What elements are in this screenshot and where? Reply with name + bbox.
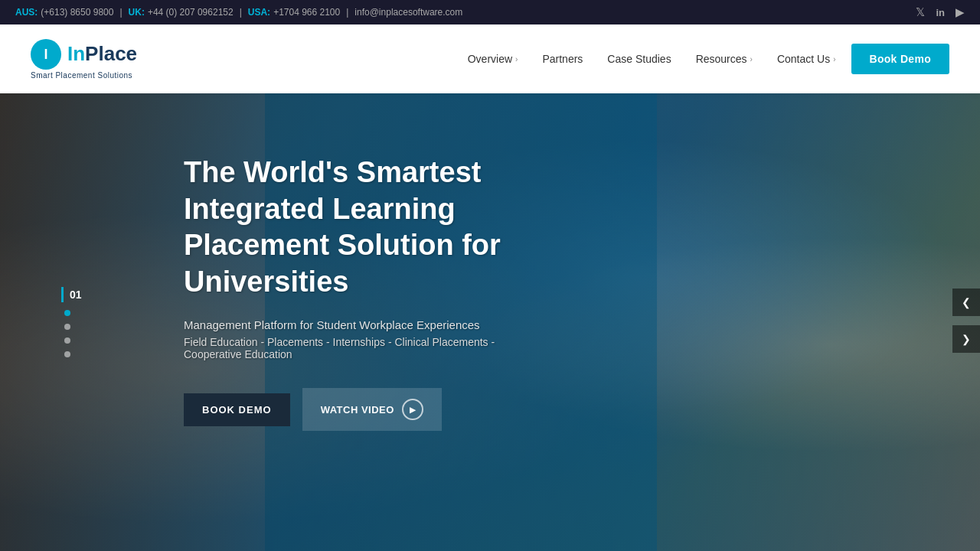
uk-phone: +44 (0) 207 0962152 xyxy=(148,7,234,18)
chevron-left-icon: ❮ xyxy=(962,296,971,308)
slide-dot-1[interactable] xyxy=(64,310,70,316)
logo-tagline: Smart Placement Solutions xyxy=(31,71,137,80)
logo-brand: InPlace xyxy=(67,42,137,66)
play-icon: ▶ xyxy=(402,399,423,420)
logo-icon: I xyxy=(31,39,61,70)
slide-number: 01 xyxy=(61,287,82,302)
chevron-down-icon: › xyxy=(750,55,753,64)
top-bar: AUS: (+613) 8650 9800 | UK: +44 (0) 207 … xyxy=(0,0,980,24)
linkedin-icon[interactable]: in xyxy=(936,7,945,18)
slide-indicators: 01 xyxy=(61,287,82,357)
aus-label: AUS: xyxy=(15,7,38,18)
next-slide-button[interactable]: ❯ xyxy=(952,325,980,353)
nav-contact-us[interactable]: Contact Us › xyxy=(768,47,845,71)
logo-place: Place xyxy=(85,42,137,65)
nav-case-studies[interactable]: Case Studies xyxy=(598,47,680,71)
header: I InPlace Smart Placement Solutions Over… xyxy=(0,24,980,93)
chevron-down-icon: › xyxy=(515,55,518,64)
slide-dot-3[interactable] xyxy=(64,337,70,344)
slide-dot-4[interactable] xyxy=(64,351,70,357)
nav-resources[interactable]: Resources › xyxy=(687,47,762,71)
contact-info: AUS: (+613) 8650 9800 | UK: +44 (0) 207 … xyxy=(15,7,462,18)
book-demo-button[interactable]: Book Demo xyxy=(851,44,950,74)
logo[interactable]: I InPlace Smart Placement Solutions xyxy=(31,39,137,80)
svg-text:I: I xyxy=(44,47,47,62)
youtube-icon[interactable]: ▶ xyxy=(956,5,965,19)
hero-title: The World's Smartest Integrated Learning… xyxy=(184,155,551,300)
logo-text: I InPlace xyxy=(31,39,137,70)
hero-content: The World's Smartest Integrated Learning… xyxy=(0,93,551,431)
nav-overview[interactable]: Overview › xyxy=(459,47,528,71)
hero-tags: Field Education - Placements - Internshi… xyxy=(184,336,551,360)
slide-dot-2[interactable] xyxy=(64,324,70,330)
prev-slide-button[interactable]: ❮ xyxy=(952,289,980,316)
chevron-down-icon: › xyxy=(833,55,835,64)
hero-book-demo-button[interactable]: BOOK DEMO xyxy=(184,393,290,426)
social-links: 𝕏 in ▶ xyxy=(916,5,965,19)
usa-label: USA: xyxy=(248,7,270,18)
usa-phone: +1704 966 2100 xyxy=(273,7,340,18)
hero-section: 01 The World's Smartest Integrated Learn… xyxy=(0,93,980,551)
hero-subtitle: Management Platform for Student Workplac… xyxy=(184,318,551,331)
aus-phone: (+613) 8650 9800 xyxy=(41,7,113,18)
hero-buttons: BOOK DEMO WATCH VIDEO ▶ xyxy=(184,388,551,431)
uk-label: UK: xyxy=(129,7,145,18)
logo-in: In xyxy=(67,42,85,65)
email: info@inplacesoftware.com xyxy=(354,7,462,18)
main-nav: Overview › Partners Case Studies Resourc… xyxy=(459,44,949,74)
watch-video-label: WATCH VIDEO xyxy=(321,404,394,416)
chevron-right-icon: ❯ xyxy=(962,333,971,345)
hero-watch-video-button[interactable]: WATCH VIDEO ▶ xyxy=(302,388,442,431)
twitter-icon[interactable]: 𝕏 xyxy=(916,5,925,19)
nav-partners[interactable]: Partners xyxy=(533,47,592,71)
